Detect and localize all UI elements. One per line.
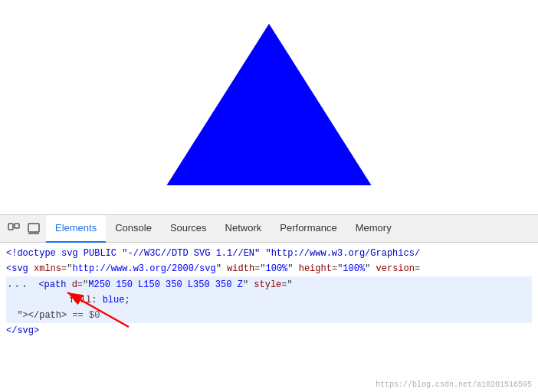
svg-line-5 [67,292,129,327]
cursor-icon[interactable] [6,221,21,237]
svg-rect-1 [15,224,19,228]
devtools-panel: Elements Console Sources Network Perform… [0,214,538,392]
inspect-icon[interactable] [26,221,41,237]
tab-memory[interactable]: Memory [346,215,401,243]
svg-rect-2 [28,224,39,232]
devtools-toolbar: Elements Console Sources Network Perform… [0,215,538,243]
code-line-2: <svg xmlns="http://www.w3.org/2000/svg" … [6,261,532,276]
code-line-5: "></path> == $0 [6,308,532,323]
url-bar: https://blog.csdn.net/a10201516595 [376,381,532,389]
svg-rect-0 [8,224,13,230]
red-arrow [52,285,144,331]
tab-performance[interactable]: Performance [271,215,346,243]
tab-network[interactable]: Network [216,215,271,243]
triangle-path [166,24,371,185]
triangle-svg [108,8,430,207]
devtools-content: <!doctype svg PUBLIC "-//W3C//DTD SVG 1.… [0,243,538,392]
tab-console[interactable]: Console [106,215,161,243]
tab-elements[interactable]: Elements [46,215,106,243]
code-line-1: <!doctype svg PUBLIC "-//W3C//DTD SVG 1.… [6,246,532,261]
tab-sources[interactable]: Sources [161,215,216,243]
browser-viewport [0,0,538,214]
